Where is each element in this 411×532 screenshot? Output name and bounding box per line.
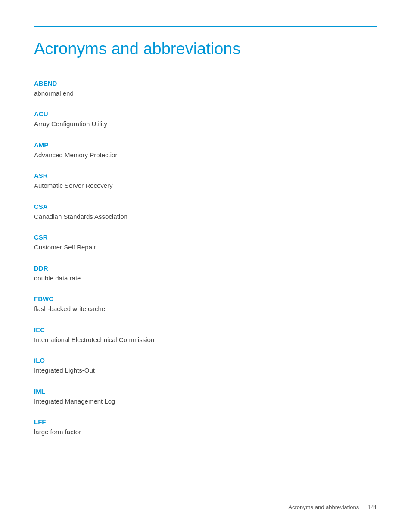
acronym-term: ASR — [34, 172, 377, 179]
acronym-entry: ASRAutomatic Server Recovery — [34, 172, 377, 191]
acronym-entry: AMPAdvanced Memory Protection — [34, 141, 377, 160]
acronym-definition: Integrated Management Log — [34, 397, 377, 407]
acronym-definition: Customer Self Repair — [34, 243, 377, 252]
acronym-term: ACU — [34, 110, 377, 118]
acronym-entry: ACUArray Configuration Utility — [34, 110, 377, 129]
acronym-term: iLO — [34, 357, 377, 364]
acronym-entry: IECInternational Electrotechnical Commis… — [34, 326, 377, 345]
acronym-term: ABEND — [34, 80, 377, 87]
acronym-entry: LFFlarge form factor — [34, 418, 377, 437]
page-title: Acronyms and abbreviations — [34, 39, 377, 59]
acronym-definition: Array Configuration Utility — [34, 119, 377, 129]
acronym-definition: International Electrotechnical Commissio… — [34, 335, 377, 345]
acronym-term: FBWC — [34, 295, 377, 302]
acronym-term: AMP — [34, 141, 377, 149]
acronym-term: CSR — [34, 233, 377, 241]
acronym-list: ABENDabnormal endACUArray Configuration … — [34, 80, 377, 449]
footer: Acronyms and abbreviations 141 — [288, 504, 377, 510]
acronym-term: IML — [34, 388, 377, 395]
acronym-definition: Canadian Standards Association — [34, 212, 377, 222]
acronym-entry: FBWCflash-backed write cache — [34, 295, 377, 314]
acronym-term: CSA — [34, 203, 377, 210]
acronym-definition: abnormal end — [34, 89, 377, 99]
top-border — [34, 26, 377, 27]
acronym-term: DDR — [34, 264, 377, 272]
acronym-definition: double data rate — [34, 274, 377, 283]
acronym-definition: large form factor — [34, 427, 377, 437]
acronym-entry: iLOIntegrated Lights-Out — [34, 357, 377, 376]
acronym-term: IEC — [34, 326, 377, 333]
acronym-entry: CSACanadian Standards Association — [34, 203, 377, 222]
acronym-definition: Automatic Server Recovery — [34, 181, 377, 191]
acronym-entry: CSRCustomer Self Repair — [34, 233, 377, 252]
acronym-entry: DDRdouble data rate — [34, 264, 377, 283]
acronym-term: LFF — [34, 418, 377, 426]
footer-label: Acronyms and abbreviations — [288, 504, 359, 510]
footer-page-number: 141 — [367, 504, 377, 510]
acronym-definition: Advanced Memory Protection — [34, 150, 377, 160]
acronym-definition: Integrated Lights-Out — [34, 366, 377, 376]
acronym-definition: flash-backed write cache — [34, 304, 377, 314]
page: Acronyms and abbreviations ABENDabnormal… — [0, 0, 411, 532]
acronym-entry: IMLIntegrated Management Log — [34, 388, 377, 407]
acronym-entry: ABENDabnormal end — [34, 80, 377, 99]
